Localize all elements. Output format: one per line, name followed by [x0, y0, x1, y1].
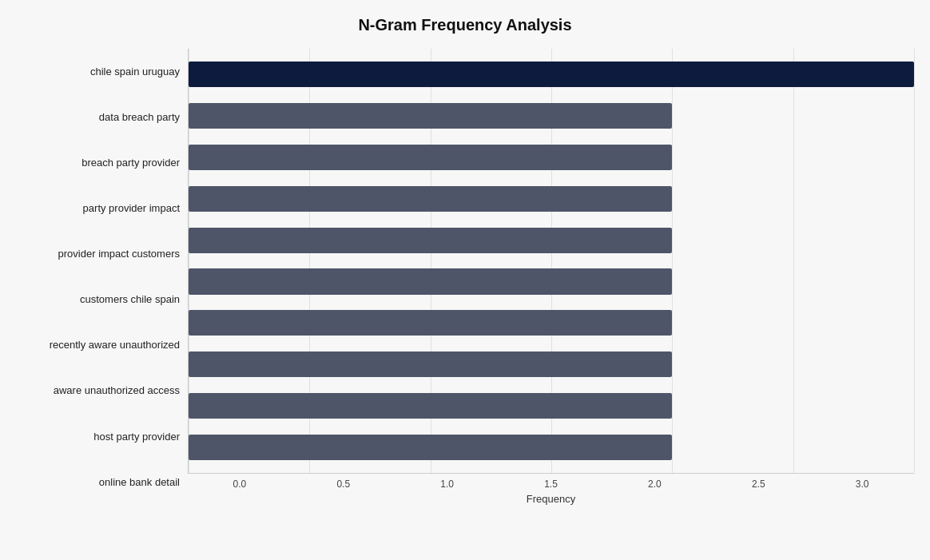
bar-0	[189, 62, 914, 87]
chart-title: N-Gram Frequency Analysis	[16, 16, 914, 34]
y-label-1: data breach party	[16, 94, 180, 140]
bar-3	[189, 186, 672, 212]
x-axis-label: Frequency	[188, 493, 914, 505]
y-label-0: chile spain uruguay	[16, 49, 180, 94]
y-label-6: recently aware unauthorized	[16, 323, 180, 368]
bar-row-8	[189, 385, 914, 427]
x-tick-3: 1.5	[499, 479, 603, 490]
bar-row-6	[189, 302, 914, 344]
bar-row-3	[189, 178, 914, 220]
bar-9	[189, 435, 672, 460]
y-label-3: party provider impact	[16, 185, 180, 231]
bar-row-4	[189, 220, 914, 261]
bar-row-1	[189, 95, 914, 137]
bars-and-x: 0.00.51.01.52.02.53.0 Frequency	[188, 49, 914, 505]
bar-7	[189, 351, 672, 377]
x-axis: 0.00.51.01.52.02.53.0	[188, 474, 914, 490]
y-label-8: host party provider	[16, 414, 180, 459]
y-label-2: breach party provider	[16, 140, 180, 185]
y-label-4: provider impact customers	[16, 231, 180, 276]
bar-row-7	[189, 344, 914, 385]
bar-1	[189, 103, 672, 129]
bars-area	[188, 49, 914, 474]
y-label-7: aware unauthorized access	[16, 368, 180, 414]
bar-row-2	[189, 137, 914, 178]
y-label-9: online bank detail	[16, 459, 180, 505]
chart-area: chile spain uruguaydata breach partybrea…	[16, 49, 914, 505]
chart-container: N-Gram Frequency Analysis chile spain ur…	[0, 0, 930, 560]
x-tick-4: 2.0	[602, 479, 706, 490]
bars-rows	[189, 49, 914, 473]
bar-row-0	[189, 54, 914, 95]
bar-6	[189, 310, 672, 336]
bar-row-5	[189, 261, 914, 303]
bar-5	[189, 268, 672, 294]
y-label-5: customers chile spain	[16, 276, 180, 322]
bar-4	[189, 228, 672, 253]
x-tick-1: 0.5	[292, 479, 395, 490]
x-tick-5: 2.5	[706, 479, 810, 490]
grid-line	[914, 49, 915, 473]
bar-row-9	[189, 427, 914, 468]
x-tick-6: 3.0	[810, 479, 914, 490]
x-tick-0: 0.0	[188, 479, 292, 490]
bar-2	[189, 145, 672, 170]
bar-8	[189, 393, 672, 419]
x-tick-2: 1.0	[395, 479, 499, 490]
y-labels: chile spain uruguaydata breach partybrea…	[16, 49, 188, 505]
